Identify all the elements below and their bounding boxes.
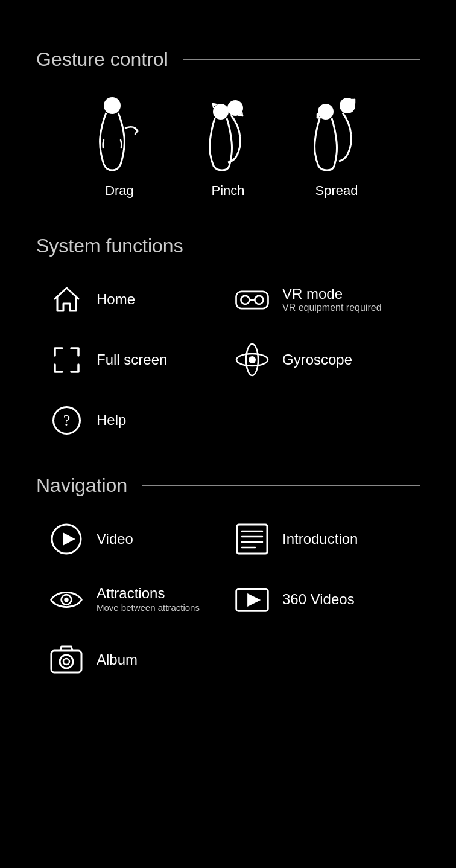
svg-point-23 (249, 356, 256, 363)
svg-rect-37 (51, 651, 81, 672)
svg-rect-28 (237, 525, 267, 554)
album-icon (48, 642, 84, 678)
gesture-section-header: Gesture control (36, 48, 420, 71)
nav-attractions[interactable]: Attractions Move between attractions (48, 581, 222, 617)
svg-point-18 (241, 295, 249, 304)
gesture-icons-container: Drag Pinch (36, 95, 420, 199)
nav-introduction[interactable]: Introduction (234, 521, 408, 557)
gesture-drag-item: Drag (89, 95, 150, 199)
help-icon: ? (48, 402, 84, 438)
attractions-text: Attractions Move between attractions (97, 585, 200, 614)
attractions-sublabel: Move between attractions (97, 602, 200, 614)
introduction-icon (234, 521, 270, 557)
functions-grid: Home VR mode VR equipment required (36, 281, 420, 438)
pinch-label: Pinch (211, 183, 244, 199)
function-fullscreen[interactable]: Full screen (48, 342, 222, 378)
gesture-control-section: Gesture control Drag (36, 48, 420, 199)
home-label: Home (97, 291, 135, 308)
attractions-label: Attractions (97, 585, 200, 602)
gesture-spread-item: Spread (306, 95, 367, 199)
video-icon (48, 521, 84, 557)
vr-label: VR mode (282, 286, 382, 302)
vr-text: VR mode VR equipment required (282, 286, 382, 313)
nav-video[interactable]: Video (48, 521, 222, 557)
attractions-icon (48, 581, 84, 617)
drag-label: Drag (105, 183, 134, 199)
system-section-title: System functions (36, 235, 183, 257)
svg-point-38 (60, 655, 73, 668)
fullscreen-label: Full screen (97, 351, 167, 368)
nav-grid: Video Introduction (36, 521, 420, 617)
gesture-section-title: Gesture control (36, 48, 168, 71)
nav-section-header: Navigation (36, 474, 420, 497)
svg-point-39 (63, 659, 69, 665)
gesture-pinch-item: Pinch (198, 95, 258, 199)
gyroscope-icon (234, 342, 270, 378)
help-label: Help (97, 412, 126, 429)
nav-section-title: Navigation (36, 474, 127, 497)
introduction-text: Introduction (282, 531, 358, 547)
gyroscope-text: Gyroscope (282, 351, 352, 368)
svg-text:?: ? (63, 412, 70, 429)
fullscreen-icon (48, 342, 84, 378)
spread-label: Spread (315, 183, 358, 199)
introduction-label: Introduction (282, 531, 358, 547)
svg-point-0 (104, 97, 121, 114)
360videos-text: 360 Videos (282, 591, 355, 608)
system-section-divider (198, 246, 420, 246)
svg-marker-27 (63, 532, 75, 546)
nav-album[interactable]: Album (48, 642, 408, 678)
function-home[interactable]: Home (48, 281, 222, 318)
360videos-label: 360 Videos (282, 591, 355, 608)
svg-line-8 (242, 112, 242, 116)
video-text: Video (97, 531, 133, 547)
nav-section-divider (142, 485, 420, 486)
svg-marker-36 (247, 593, 261, 606)
function-help[interactable]: ? Help (48, 402, 222, 438)
drag-icon (89, 95, 150, 173)
help-text: Help (97, 412, 126, 429)
svg-point-19 (255, 295, 263, 304)
360video-icon (234, 581, 270, 617)
function-vr[interactable]: VR mode VR equipment required (234, 281, 408, 318)
album-text: Album (97, 651, 138, 668)
function-gyroscope[interactable]: Gyroscope (234, 342, 408, 378)
navigation-section: Navigation Video (36, 474, 420, 678)
system-functions-section: System functions Home (36, 235, 420, 438)
gyroscope-label: Gyroscope (282, 351, 352, 368)
fullscreen-text: Full screen (97, 351, 167, 368)
svg-point-34 (64, 597, 68, 601)
nav-360videos[interactable]: 360 Videos (234, 581, 408, 617)
svg-line-5 (213, 104, 214, 107)
video-label: Video (97, 531, 133, 547)
gesture-section-divider (183, 59, 420, 60)
vr-icon (234, 281, 270, 318)
album-label: Album (97, 651, 138, 668)
pinch-icon (198, 95, 258, 173)
spread-icon (306, 95, 367, 173)
home-text: Home (97, 291, 135, 308)
home-icon (48, 281, 84, 318)
system-section-header: System functions (36, 235, 420, 257)
vr-sublabel: VR equipment required (282, 302, 382, 313)
